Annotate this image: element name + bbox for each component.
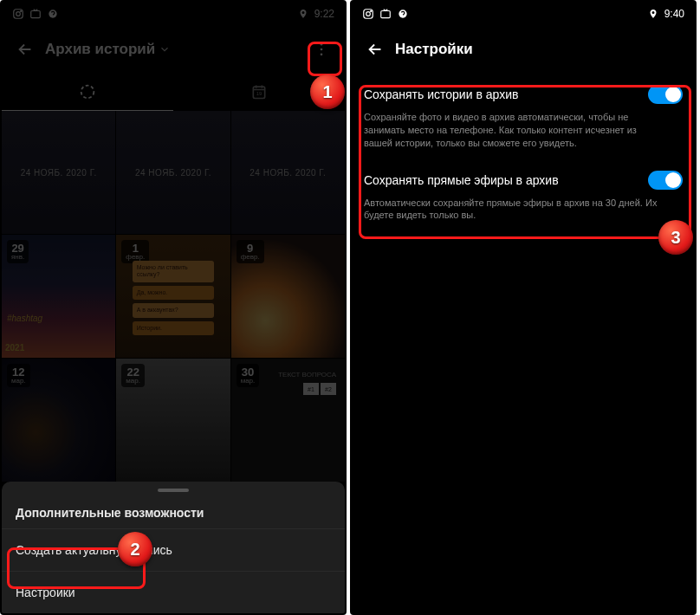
- story-cell[interactable]: 24 НОЯБ. 2020 Г.: [2, 111, 115, 234]
- svg-point-7: [321, 54, 323, 56]
- chevron-down-icon: [159, 43, 171, 55]
- sheet-handle[interactable]: [158, 489, 189, 492]
- story-cell[interactable]: 29янв. #hashtag 2021: [2, 235, 115, 358]
- status-bar: 9:22: [2, 2, 345, 26]
- sheet-title: Дополнительные возможности: [2, 495, 345, 528]
- instagram-icon: [362, 8, 374, 20]
- back-button[interactable]: [360, 35, 390, 64]
- date-badge: 30мар.: [237, 364, 260, 387]
- svg-text:19: 19: [256, 91, 262, 96]
- svg-rect-3: [31, 11, 41, 18]
- settings-header: Настройки: [352, 26, 695, 73]
- svg-point-6: [321, 49, 323, 51]
- svg-point-12: [366, 12, 371, 16]
- shazam-icon: [397, 8, 409, 20]
- instagram-icon: [12, 8, 24, 20]
- svg-rect-14: [381, 11, 391, 18]
- status-time: 9:40: [664, 8, 684, 20]
- status-bar: 9:40: [352, 2, 695, 26]
- archive-tabs: 19: [2, 73, 345, 111]
- svg-point-13: [371, 10, 372, 11]
- toggle-save-stories[interactable]: [648, 85, 683, 104]
- svg-point-4: [49, 10, 56, 17]
- story-cell[interactable]: 24 НОЯБ. 2020 Г.: [231, 111, 345, 234]
- tab-stories[interactable]: [2, 73, 173, 111]
- story-cell[interactable]: 24 НОЯБ. 2020 Г.: [116, 111, 230, 234]
- setting-title: Сохранять истории в архив: [364, 87, 518, 101]
- story-date: 24 НОЯБ. 2020 Г.: [2, 168, 115, 178]
- story-date: 24 НОЯБ. 2020 Г.: [231, 168, 345, 178]
- question-label: ТЕКСТ ВОПРОСА: [278, 371, 336, 379]
- story-cell[interactable]: 1февр. Можно ли ставить ссылку? Да, можн…: [116, 235, 230, 358]
- tv-icon: [29, 8, 42, 20]
- message-stack: Можно ли ставить ссылку? Да, можно. А в …: [133, 261, 215, 335]
- bottom-sheet: Дополнительные возможности Создать актуа…: [2, 482, 345, 613]
- stories-icon: [78, 82, 97, 101]
- date-badge: 9февр.: [237, 240, 264, 263]
- calendar-icon: 19: [250, 83, 268, 100]
- archive-grid: 24 НОЯБ. 2020 Г. 24 НОЯБ. 2020 Г. 24 НОЯ…: [2, 111, 345, 482]
- sheet-create-highlight[interactable]: Создать актуальную запись: [2, 528, 345, 571]
- story-cell[interactable]: 12мар.: [2, 359, 115, 482]
- question-options: #1#2: [303, 383, 336, 395]
- shazam-icon: [47, 8, 59, 20]
- location-icon: [647, 8, 659, 20]
- svg-point-1: [16, 12, 21, 16]
- sheet-settings[interactable]: Настройки: [2, 571, 345, 613]
- tab-calendar[interactable]: 19: [173, 73, 345, 111]
- svg-point-15: [399, 10, 406, 17]
- settings-body: Сохранять истории в архив Сохраняйте фот…: [352, 73, 695, 237]
- archive-header: Архив историй: [2, 26, 345, 73]
- toggle-save-lives[interactable]: [648, 171, 683, 190]
- phone-left: 9:22 Архив историй 19 24 НОЯБ. 2020 Г. 2…: [0, 0, 347, 615]
- svg-point-2: [21, 10, 22, 11]
- date-badge: 12мар.: [7, 364, 30, 387]
- year-label: 2021: [5, 343, 24, 353]
- more-button[interactable]: [307, 35, 336, 64]
- archive-title-dropdown[interactable]: Архив историй: [45, 41, 171, 58]
- story-cell[interactable]: 9февр.: [231, 235, 345, 358]
- setting-desc: Сохраняйте фото и видео в архив автомати…: [364, 111, 683, 150]
- date-badge: 22мар.: [121, 364, 145, 387]
- story-cell[interactable]: 22мар.: [116, 359, 230, 482]
- setting-save-lives: Сохранять прямые эфиры в архив Автоматич…: [364, 162, 683, 235]
- story-date: 24 НОЯБ. 2020 Г.: [116, 168, 230, 178]
- story-cell[interactable]: 30мар. ТЕКСТ ВОПРОСА #1#2: [231, 359, 345, 482]
- tv-icon: [379, 8, 392, 20]
- more-vertical-icon: [313, 41, 330, 58]
- svg-point-8: [81, 85, 94, 98]
- date-badge: 29янв.: [7, 240, 29, 263]
- archive-title-text: Архив историй: [45, 41, 155, 58]
- back-button[interactable]: [10, 35, 40, 64]
- location-icon: [297, 8, 309, 20]
- hashtag-label: #hashtag: [7, 314, 42, 323]
- setting-desc: Автоматически сохраняйте прямые эфиры в …: [364, 197, 683, 223]
- setting-save-stories: Сохранять истории в архив Сохраняйте фот…: [364, 76, 683, 162]
- status-time: 9:22: [314, 8, 334, 20]
- settings-title: Настройки: [395, 41, 473, 58]
- svg-point-5: [321, 43, 323, 46]
- phone-right: 9:40 Настройки Сохранять истории в архив…: [350, 0, 697, 615]
- setting-title: Сохранять прямые эфиры в архив: [364, 173, 559, 187]
- date-badge: 1февр.: [121, 240, 149, 263]
